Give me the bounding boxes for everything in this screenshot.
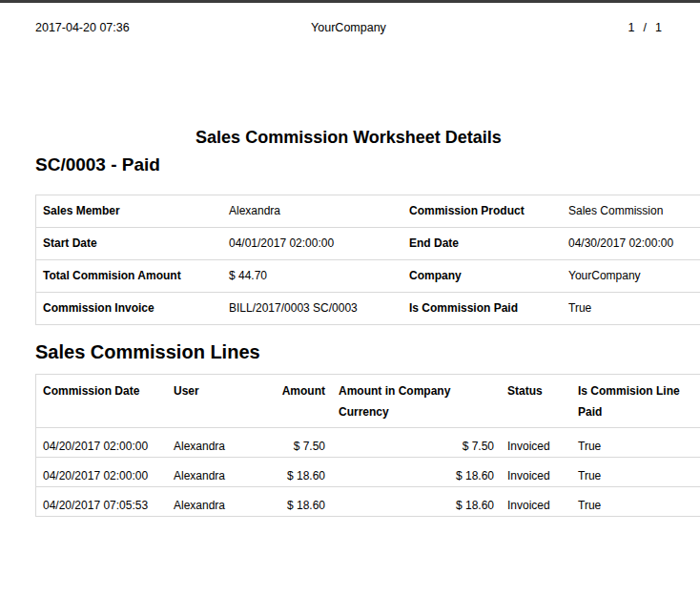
- line-paid-cell: True: [571, 428, 700, 458]
- line-amount-company-cell: $ 18.60: [332, 458, 501, 487]
- line-status-cell: Invoiced: [501, 428, 571, 458]
- line-user-cell: Alexandra: [167, 458, 247, 487]
- summary-label: Commission Product: [402, 195, 562, 228]
- line-row: 04/20/2017 02:00:00 Alexandra $ 7.50 $ 7…: [36, 428, 700, 458]
- summary-value: $ 44.70: [222, 260, 402, 293]
- report-page: { "colors": { "top_bar": "#3c3c3c", "tab…: [0, 0, 700, 595]
- lines-table: Commission Date User Amount Amount in Co…: [35, 374, 700, 517]
- column-header-amount-company-currency-label: Amount in Company Currency: [339, 380, 455, 422]
- line-date-cell: 04/20/2017 02:00:00: [36, 458, 168, 487]
- summary-label: Total Commision Amount: [36, 260, 223, 293]
- line-user-cell: Alexandra: [167, 487, 247, 517]
- line-amount-company-cell: $ 7.50: [332, 428, 501, 458]
- top-border: [0, 0, 700, 3]
- summary-table: Sales Member Alexandra Commission Produc…: [35, 195, 700, 325]
- summary-label: Company: [402, 260, 562, 293]
- summary-value: True: [562, 293, 700, 325]
- line-paid-cell: True: [571, 458, 700, 487]
- summary-label: End Date: [402, 228, 562, 260]
- column-header-commission-date: Commission Date: [36, 375, 168, 428]
- line-amount-company-cell: $ 18.60: [332, 487, 501, 517]
- worksheet-heading: SC/0003 - Paid: [35, 154, 662, 175]
- line-amount-cell: $ 7.50: [247, 428, 332, 458]
- line-amount-cell: $ 18.60: [247, 458, 332, 487]
- column-header-is-commision-line-paid: Is Commision Line Paid: [571, 375, 700, 428]
- summary-value: BILL/2017/0003 SC/0003: [222, 293, 402, 325]
- page-number-separator: /: [644, 21, 647, 34]
- summary-value: YourCompany: [562, 260, 700, 293]
- summary-row: Sales Member Alexandra Commission Produc…: [36, 195, 700, 228]
- page-number-current: 1: [628, 21, 635, 34]
- summary-label: Sales Member: [36, 195, 223, 228]
- summary-value: 04/30/2017 02:00:00: [562, 228, 700, 260]
- summary-label: Commission Invoice: [36, 293, 223, 325]
- summary-row: Commission Invoice BILL/2017/0003 SC/000…: [36, 293, 700, 325]
- page-header: 2017-04-20 07:36 YourCompany 1/1: [35, 21, 662, 34]
- line-paid-cell: True: [571, 487, 700, 517]
- line-amount-cell: $ 18.60: [247, 487, 332, 517]
- summary-value: Sales Commission: [562, 195, 700, 228]
- report-datetime: 2017-04-20 07:36: [35, 21, 244, 34]
- line-date-cell: 04/20/2017 07:05:53: [36, 487, 168, 517]
- line-status-cell: Invoiced: [501, 487, 571, 517]
- lines-heading: Sales Commission Lines: [35, 341, 662, 363]
- lines-header-row: Commission Date User Amount Amount in Co…: [36, 375, 700, 428]
- line-row: 04/20/2017 02:00:00 Alexandra $ 18.60 $ …: [36, 458, 700, 487]
- page-number: 1/1: [453, 21, 662, 34]
- report-title: Sales Commission Worksheet Details: [35, 127, 662, 148]
- summary-row: Total Commision Amount $ 44.70 Company Y…: [36, 260, 700, 293]
- summary-value: Alexandra: [222, 195, 402, 228]
- column-header-is-commision-line-paid-label: Is Commision Line Paid: [578, 380, 694, 422]
- report-content: 2017-04-20 07:36 YourCompany 1/1 Sales C…: [35, 21, 662, 517]
- column-header-status: Status: [501, 375, 571, 428]
- line-row: 04/20/2017 07:05:53 Alexandra $ 18.60 $ …: [36, 487, 700, 517]
- line-status-cell: Invoiced: [501, 458, 571, 487]
- summary-label: Is Commission Paid: [402, 293, 562, 325]
- summary-value: 04/01/2017 02:00:00: [222, 228, 402, 260]
- line-user-cell: Alexandra: [167, 428, 247, 458]
- line-date-cell: 04/20/2017 02:00:00: [36, 428, 168, 458]
- summary-row: Start Date 04/01/2017 02:00:00 End Date …: [36, 228, 700, 260]
- company-name: YourCompany: [244, 21, 453, 34]
- column-header-amount: Amount: [247, 375, 332, 428]
- page-number-total: 1: [655, 21, 662, 34]
- column-header-amount-company-currency: Amount in Company Currency: [332, 375, 501, 428]
- column-header-user: User: [167, 375, 247, 428]
- summary-label: Start Date: [36, 228, 223, 260]
